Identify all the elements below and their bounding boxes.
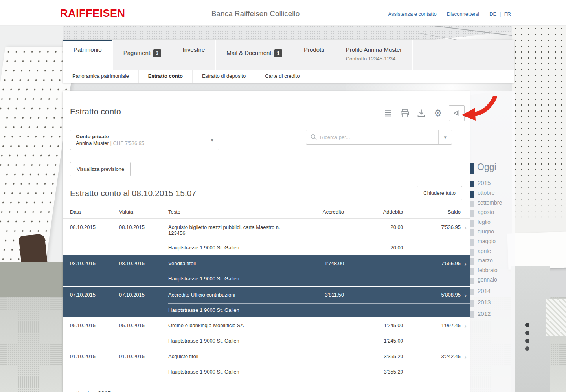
transaction-row[interactable]: 01.10.2015 01.10.2015 Acquisto titoli 3'… bbox=[63, 348, 470, 365]
assistance-link[interactable]: Assistenza e contatto bbox=[388, 11, 437, 17]
transaction-group: 07.10.2015 07.10.2015 Accredito Ufficio … bbox=[63, 286, 470, 317]
timeline-tick bbox=[470, 181, 474, 187]
transaction-detail-text: Hauptstrasse 1 9000 St. Gallen bbox=[168, 272, 285, 286]
timeline-item-today[interactable]: Oggi bbox=[470, 162, 515, 178]
language-fr-link[interactable]: FR bbox=[504, 11, 511, 17]
timeline-item-label: ottobre bbox=[478, 190, 495, 196]
transaction-text: Accredito Ufficio contribuzioni bbox=[168, 287, 285, 303]
transaction-date: 08.10.2015 bbox=[70, 255, 119, 272]
forecast-button[interactable]: Visualizza previsione bbox=[70, 162, 131, 176]
subnav-item[interactable]: Panoramica patrimoniale bbox=[63, 70, 139, 83]
timeline-tick bbox=[470, 300, 474, 307]
search-input[interactable] bbox=[320, 134, 438, 140]
timeline-item[interactable]: 2013 bbox=[470, 298, 515, 309]
timeline-item-label: settembre bbox=[478, 200, 502, 206]
timeline-item[interactable]: febbraio bbox=[470, 267, 515, 277]
transaction-date: 01.10.2015 bbox=[70, 348, 119, 365]
timeline-item[interactable]: 2012 bbox=[470, 309, 515, 321]
nav-tab[interactable]: Pagamenti 3 bbox=[112, 40, 172, 70]
timeline-item[interactable]: giugno bbox=[470, 228, 515, 238]
print-icon[interactable] bbox=[399, 108, 410, 119]
language-separator: | bbox=[500, 11, 501, 17]
chevron-down-icon: ▾ bbox=[211, 137, 213, 143]
nav-tab-label: Prodotti bbox=[304, 46, 324, 53]
timeline-item-label: aprile bbox=[478, 248, 491, 254]
account-owner: Annina Muster bbox=[76, 140, 109, 146]
timeline-tick bbox=[470, 239, 474, 246]
timeline-item[interactable]: 2014 bbox=[470, 286, 515, 298]
transaction-row[interactable]: 05.10.2015 05.10.2015 Ordine e-banking a… bbox=[63, 317, 470, 334]
transaction-detail-row: Hauptstrasse 1 9000 St. Gallen bbox=[63, 272, 470, 286]
transaction-debit bbox=[344, 255, 403, 272]
column-header-valuta: Valuta bbox=[119, 207, 168, 218]
timeline-item[interactable]: maggio bbox=[470, 238, 515, 248]
next-month-section-label[interactable]: settembre 2015 bbox=[70, 390, 462, 392]
subnav-item[interactable]: Estratto di deposito bbox=[193, 70, 255, 83]
logout-link[interactable]: Disconnettersi bbox=[447, 11, 479, 17]
subnav-item-label: Panoramica patrimoniale bbox=[72, 73, 129, 79]
row-chevron-icon[interactable]: › bbox=[461, 348, 470, 365]
header-links: Assistenza e contatto Disconnettersi DE … bbox=[388, 11, 511, 17]
transaction-detail-row: Hauptstrasse 1 9000 St. Gallen 20.00 bbox=[63, 241, 470, 255]
transaction-row[interactable]: 08.10.2015 08.10.2015 Acquisto biglietto… bbox=[63, 219, 470, 241]
raiffeisen-logo[interactable]: RAIFFEISEN bbox=[60, 7, 125, 20]
transaction-debit: 3'355.20 bbox=[344, 348, 403, 365]
timeline-item[interactable]: ottobre bbox=[470, 190, 515, 200]
timeline-tick bbox=[470, 201, 474, 207]
nav-tab[interactable]: Prodotti bbox=[293, 40, 335, 70]
timeline-item[interactable]: aprile bbox=[470, 248, 515, 258]
search-options-dropdown[interactable]: ▾ bbox=[438, 130, 452, 144]
timeline-item[interactable]: marzo bbox=[470, 257, 515, 267]
collapse-sidebar-icon[interactable] bbox=[449, 105, 465, 121]
row-chevron-icon[interactable]: › bbox=[461, 255, 470, 272]
timeline-tick bbox=[470, 258, 474, 265]
list-view-icon[interactable] bbox=[383, 108, 394, 119]
timeline-tick bbox=[470, 220, 474, 227]
transactions-table: Data Valuta Testo Accredito Addebito Sal… bbox=[63, 207, 470, 379]
nav-tab[interactable]: Patrimonio bbox=[63, 40, 112, 70]
transaction-detail-row: Hauptstrasse 1 9000 St. Gallen 3'355.20 bbox=[63, 365, 470, 379]
column-header-testo: Testo bbox=[168, 207, 285, 218]
transaction-group: 08.10.2015 08.10.2015 Acquisto biglietto… bbox=[63, 219, 470, 255]
timeline-tick bbox=[470, 311, 474, 318]
transaction-group: 08.10.2015 08.10.2015 Vendita titoli 1'7… bbox=[63, 255, 470, 286]
nav-tab[interactable]: Mail & Documenti 1 bbox=[215, 40, 293, 70]
top-header: RAIFFEISEN Banca Raiffeisen Collicello A… bbox=[0, 0, 566, 26]
settings-icon[interactable]: ⚙ bbox=[432, 108, 443, 119]
timeline-item[interactable]: luglio bbox=[470, 219, 515, 229]
timeline-tick bbox=[470, 249, 474, 256]
column-header-addebito: Addebito bbox=[344, 207, 403, 218]
subnav-item[interactable]: Carte di credito bbox=[255, 70, 309, 83]
transaction-text: Vendita titoli bbox=[168, 255, 285, 272]
nav-tab-label: Patrimonio bbox=[74, 46, 102, 53]
timeline-tick bbox=[470, 191, 474, 198]
transaction-row[interactable]: 08.10.2015 08.10.2015 Vendita titoli 1'7… bbox=[63, 255, 470, 272]
transaction-balance: 7'556.95 bbox=[403, 255, 461, 272]
nav-tab-label: Profilo Annina Muster bbox=[346, 46, 402, 53]
timeline-item[interactable]: agosto bbox=[470, 209, 515, 219]
transaction-value-date: 07.10.2015 bbox=[119, 287, 168, 303]
transaction-date: 08.10.2015 bbox=[70, 219, 119, 241]
timeline-item-label: 2013 bbox=[478, 299, 491, 306]
subnav-item[interactable]: Estratto conto bbox=[139, 70, 193, 83]
nav-tab[interactable]: Investire bbox=[172, 40, 216, 70]
account-selector[interactable]: Conto privato Annina Muster | CHF 7'536.… bbox=[70, 130, 219, 150]
row-chevron-icon[interactable]: › bbox=[461, 219, 470, 241]
transaction-value-date: 05.10.2015 bbox=[119, 317, 168, 334]
collapse-all-button[interactable]: Chiudere tutto bbox=[417, 186, 462, 200]
row-chevron-icon[interactable]: › bbox=[461, 317, 470, 334]
timeline-tick bbox=[470, 210, 474, 217]
column-header-saldo: Saldo bbox=[403, 207, 461, 218]
nav-tab[interactable]: Profilo Annina Muster Contratto 12345-12… bbox=[335, 40, 413, 70]
timeline-item[interactable]: gennaio bbox=[470, 277, 515, 286]
timeline-item[interactable]: settembre bbox=[470, 200, 515, 209]
row-chevron-icon[interactable]: › bbox=[461, 287, 470, 303]
nav-tab-label: Mail & Documenti bbox=[226, 49, 273, 56]
download-icon[interactable] bbox=[416, 108, 427, 119]
transaction-row[interactable]: 07.10.2015 07.10.2015 Accredito Ufficio … bbox=[63, 287, 470, 303]
transaction-text: Acquisto titoli bbox=[168, 348, 285, 365]
timeline-item[interactable]: 2015 bbox=[470, 178, 515, 190]
transaction-balance: 3'242.45 bbox=[403, 348, 461, 365]
language-de-link[interactable]: DE bbox=[489, 11, 496, 17]
transaction-detail-text: Hauptstrasse 1 9000 St. Gallen bbox=[168, 334, 285, 348]
